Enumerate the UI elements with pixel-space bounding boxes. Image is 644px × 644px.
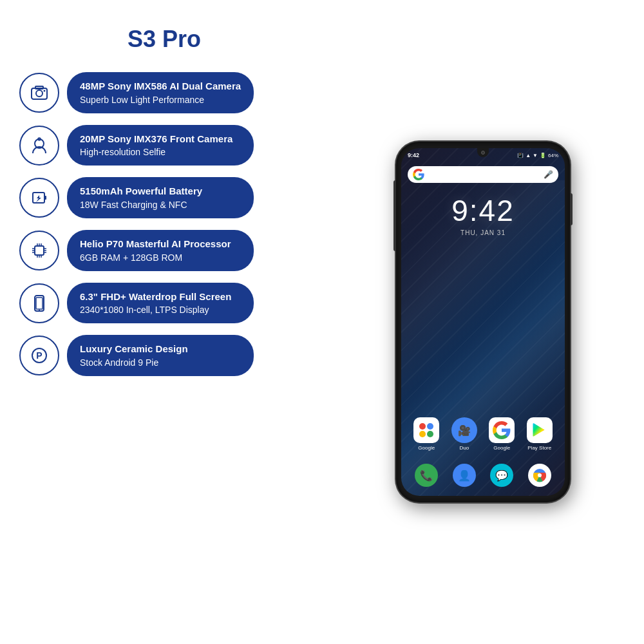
phone-screen: 9:42 📳 ▲ ▼ 🔋 64% 🎤 xyxy=(401,148,565,496)
feature-line1-battery: 5150mAh Powerful Battery xyxy=(80,185,241,198)
feature-line1-camera: 48MP Sony IMX586 AI Dual Camera xyxy=(80,80,241,93)
google-svg xyxy=(493,421,511,439)
svg-rect-9 xyxy=(35,246,44,255)
app-label-google2: Google xyxy=(493,445,510,451)
svg-rect-8 xyxy=(44,196,46,200)
feature-line2-camera: Superb Low Light Performance xyxy=(80,94,241,106)
status-icons: 📳 ▲ ▼ 🔋 64% xyxy=(517,153,558,158)
status-time: 9:42 xyxy=(408,152,419,158)
feature-line2-display: 2340*1080 In-cell, LTPS Display xyxy=(80,304,241,316)
playstore-svg xyxy=(531,421,549,439)
feature-icon-display xyxy=(19,283,59,323)
feature-icon-battery xyxy=(19,178,59,218)
feature-line2-processor: 6GB RAM + 128GB ROM xyxy=(80,252,241,263)
svg-point-33 xyxy=(538,473,542,477)
battery-percent: 64% xyxy=(548,153,558,158)
clock-area: 9:42 THU, JAN 31 xyxy=(401,193,565,236)
product-title: S3 Pro xyxy=(19,26,309,53)
app-duo[interactable]: 🎥 Duo xyxy=(451,417,477,451)
svg-point-29 xyxy=(419,431,426,437)
app-label-google: Google xyxy=(418,445,435,451)
duo-icon[interactable]: 🎥 xyxy=(451,417,477,443)
svg-point-30 xyxy=(427,431,433,437)
chrome-svg xyxy=(532,468,547,483)
app-label-duo: Duo xyxy=(459,445,469,451)
app-google-apps[interactable]: Google xyxy=(413,417,439,451)
app-playstore[interactable]: Play Store xyxy=(527,417,553,451)
dock-contacts[interactable]: 👤 xyxy=(453,464,476,487)
feature-bubble-camera: 48MP Sony IMX586 AI Dual Camera Superb L… xyxy=(67,72,254,113)
feature-line2-battery: 18W Fast Charging & NFC xyxy=(80,199,241,211)
google-logo xyxy=(413,169,424,180)
svg-rect-23 xyxy=(36,298,43,309)
feature-bubble-processor: Helio P70 Masterful AI Processor 6GB RAM… xyxy=(67,230,254,271)
dock-row: 📞 👤 💬 xyxy=(401,464,565,487)
phone-device: 9:42 📳 ▲ ▼ 🔋 64% 🎤 xyxy=(396,142,570,502)
dock-phone[interactable]: 📞 xyxy=(415,464,438,487)
svg-point-27 xyxy=(419,423,426,430)
battery-icon: 🔋 xyxy=(540,153,546,158)
wifi-icon: ▲ xyxy=(526,153,531,158)
right-panel: 9:42 📳 ▲ ▼ 🔋 64% 🎤 xyxy=(322,0,644,644)
google-apps-svg xyxy=(416,420,437,440)
feature-line1-display: 6.3" FHD+ Waterdrop Full Screen xyxy=(80,290,241,303)
front-camera xyxy=(481,151,485,155)
search-bar[interactable]: 🎤 xyxy=(408,166,558,183)
svg-point-3 xyxy=(44,90,46,91)
duo-symbol: 🎥 xyxy=(458,424,471,437)
feature-item-processor: Helio P70 Masterful AI Processor 6GB RAM… xyxy=(19,230,254,271)
feature-line1-android: Luxury Ceramic Design xyxy=(80,343,241,355)
svg-point-1 xyxy=(36,90,43,97)
svg-point-24 xyxy=(39,309,40,310)
clock-time: 9:42 xyxy=(401,193,565,228)
feature-bubble-display: 6.3" FHD+ Waterdrop Full Screen 2340*108… xyxy=(67,283,254,324)
dock-chrome[interactable] xyxy=(528,464,551,487)
feature-icon-camera xyxy=(19,73,59,113)
app-label-playstore: Play Store xyxy=(527,445,551,451)
feature-bubble-battery: 5150mAh Powerful Battery 18W Fast Chargi… xyxy=(67,177,254,218)
phone-call-icon: 📞 xyxy=(420,469,433,482)
google-icon[interactable] xyxy=(489,417,515,443)
app-google[interactable]: Google xyxy=(489,417,515,451)
svg-point-4 xyxy=(33,88,35,89)
signal-icon: ▼ xyxy=(533,153,538,158)
feature-item-android: P Luxury Ceramic Design Stock Android 9 … xyxy=(19,335,254,376)
feature-bubble-selfie: 20MP Sony IMX376 Front Camera High-resol… xyxy=(67,125,254,166)
svg-point-28 xyxy=(427,423,433,430)
left-panel: S3 Pro 48MP Sony IMX586 AI Dual Camera S… xyxy=(0,0,322,644)
google-apps-icon[interactable] xyxy=(413,417,439,443)
feature-item-display: 6.3" FHD+ Waterdrop Full Screen 2340*108… xyxy=(19,283,254,324)
clock-date: THU, JAN 31 xyxy=(401,229,565,236)
feature-line1-selfie: 20MP Sony IMX376 Front Camera xyxy=(80,133,241,146)
dock-messages[interactable]: 💬 xyxy=(490,464,513,487)
vibrate-icon: 📳 xyxy=(517,153,524,158)
app-row: Google 🎥 Duo xyxy=(401,417,565,451)
feature-icon-selfie xyxy=(19,126,59,166)
mic-icon[interactable]: 🎤 xyxy=(544,170,553,179)
features-list: 48MP Sony IMX586 AI Dual Camera Superb L… xyxy=(19,72,254,388)
feature-line2-android: Stock Android 9 Pie xyxy=(80,357,241,368)
feature-icon-android: P xyxy=(19,336,59,375)
feature-item-camera: 48MP Sony IMX586 AI Dual Camera Superb L… xyxy=(19,72,254,113)
feature-line2-selfie: High-resolution Selfie xyxy=(80,146,241,158)
playstore-icon[interactable] xyxy=(527,417,553,443)
feature-item-selfie: 20MP Sony IMX376 Front Camera High-resol… xyxy=(19,125,254,166)
feature-item-battery: 5150mAh Powerful Battery 18W Fast Chargi… xyxy=(19,177,254,218)
feature-bubble-android: Luxury Ceramic Design Stock Android 9 Pi… xyxy=(67,335,254,376)
messages-icon: 💬 xyxy=(495,469,508,482)
svg-text:P: P xyxy=(36,350,42,361)
contacts-icon: 👤 xyxy=(458,469,471,482)
feature-icon-processor xyxy=(19,231,59,270)
feature-line1-processor: Helio P70 Masterful AI Processor xyxy=(80,238,241,251)
